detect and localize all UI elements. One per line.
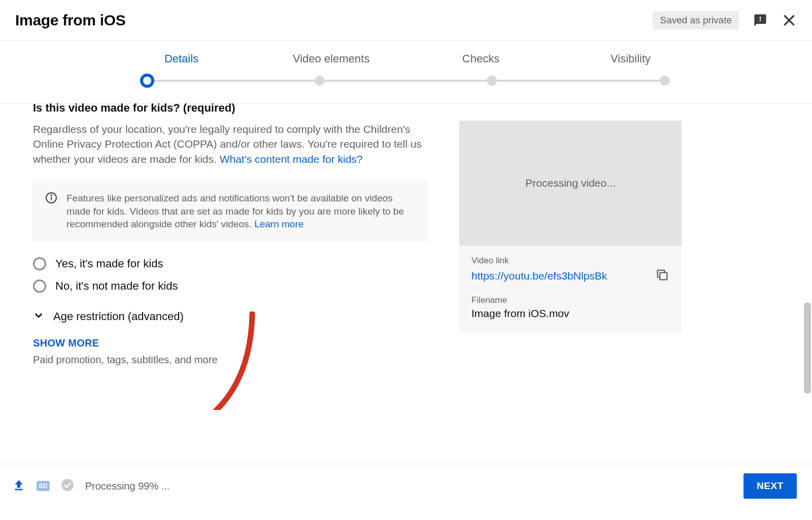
processing-text: Processing video... (525, 177, 615, 189)
svg-point-4 (51, 195, 52, 196)
info-icon (45, 192, 57, 231)
footer-status-group: SD Processing 99% ... (12, 478, 170, 494)
age-restriction-toggle[interactable]: Age restriction (advanced) (33, 310, 429, 323)
kids-info-text-wrap: Features like personalized ads and notif… (66, 192, 417, 231)
kids-help-link[interactable]: What's content made for kids? (220, 153, 363, 165)
scrollbar-thumb[interactable] (804, 302, 811, 394)
svg-rect-5 (660, 272, 667, 280)
content-area: Is this video made for kids? (required) … (0, 103, 812, 410)
details-form: Is this video made for kids? (required) … (33, 103, 429, 410)
kids-heading: Is this video made for kids? (required) (33, 103, 429, 115)
step-dot-2[interactable] (315, 76, 325, 86)
step-details[interactable]: Details (107, 52, 256, 65)
filename-label: Filename (471, 295, 669, 305)
kids-info-callout: Features like personalized ads and notif… (33, 181, 429, 242)
svg-rect-7 (15, 489, 22, 491)
dialog-header: Image from iOS Saved as private (0, 0, 812, 41)
step-visibility[interactable]: Visibility (556, 52, 705, 65)
close-icon[interactable] (782, 13, 797, 28)
dialog-footer: SD Processing 99% ... NEXT (0, 464, 812, 520)
radio-label: Yes, it's made for kids (55, 257, 163, 270)
feedback-icon[interactable] (753, 13, 767, 27)
radio-kids-no[interactable]: No, it's not made for kids (33, 280, 429, 293)
video-preview-panel: Processing video... Video link https://y… (459, 103, 682, 410)
upload-icon (12, 478, 25, 494)
page-title: Image from iOS (15, 12, 126, 29)
step-checks[interactable]: Checks (406, 52, 556, 65)
radio-icon (33, 280, 46, 293)
save-status-chip: Saved as private (653, 11, 739, 29)
header-actions: Saved as private (653, 11, 797, 29)
copy-icon[interactable] (655, 268, 669, 284)
next-button[interactable]: NEXT (743, 473, 797, 499)
video-meta: Video link https://youtu.be/efs3bNlpsBk … (459, 246, 682, 333)
step-dot-1[interactable] (140, 74, 154, 88)
step-video-elements[interactable]: Video elements (256, 52, 406, 65)
kids-learn-more-link[interactable]: Learn more (254, 219, 303, 229)
show-more-button[interactable]: SHOW MORE (33, 337, 429, 349)
sd-badge: SD (37, 481, 50, 491)
age-restriction-label: Age restriction (advanced) (53, 310, 184, 323)
video-thumbnail-processing: Processing video... (459, 121, 682, 246)
upload-stepper: Details Video elements Checks Visibility (0, 41, 812, 103)
radio-icon (33, 257, 46, 270)
radio-kids-yes[interactable]: Yes, it's made for kids (33, 257, 429, 270)
check-icon (61, 478, 74, 494)
svg-point-8 (61, 479, 74, 491)
processing-status: Processing 99% ... (85, 480, 170, 492)
radio-label: No, it's not made for kids (55, 280, 178, 293)
step-dot-4[interactable] (660, 76, 670, 86)
stepper-track (147, 74, 665, 88)
kids-info-text: Features like personalized ads and notif… (66, 193, 404, 229)
video-link[interactable]: https://youtu.be/efs3bNlpsBk (471, 270, 607, 282)
show-more-description: Paid promotion, tags, subtitles, and mor… (33, 354, 429, 366)
video-link-label: Video link (471, 256, 669, 266)
filename-value: Image from iOS.mov (471, 307, 669, 320)
step-dot-3[interactable] (487, 76, 497, 86)
chevron-down-icon (33, 310, 44, 323)
kids-description: Regardless of your location, you're lega… (33, 122, 429, 166)
